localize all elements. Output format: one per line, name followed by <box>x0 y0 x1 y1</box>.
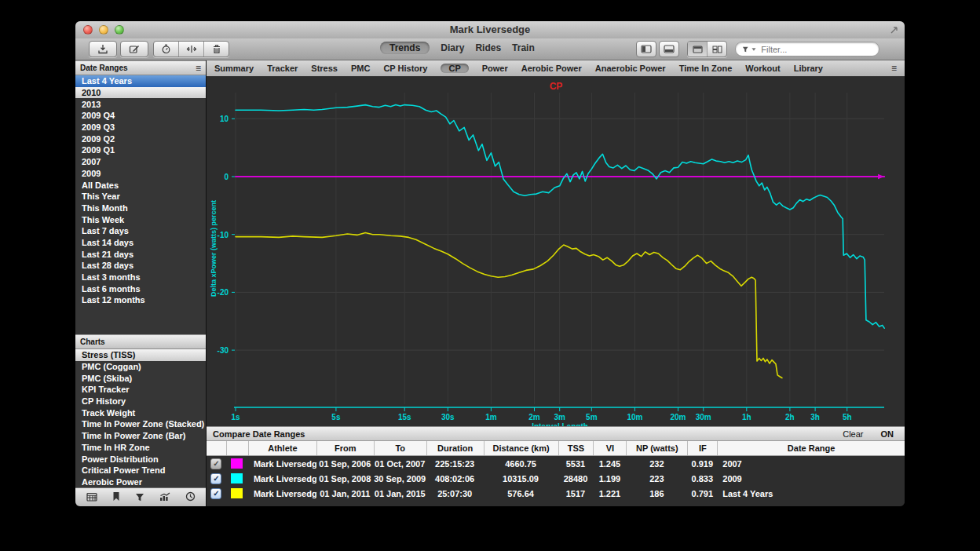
column-header-from[interactable]: From <box>316 441 374 455</box>
filter-funnel-button[interactable] <box>135 491 144 505</box>
column-header-date-range[interactable]: Date Range <box>717 441 905 455</box>
column-header-empty[interactable] <box>207 441 226 455</box>
column-header-vi[interactable]: VI <box>593 441 626 455</box>
compare-row: ✓Mark Liversedge01 Jan, 201101 Jan, 2015… <box>207 486 905 501</box>
chart-tab-time-in-zone[interactable]: Time In Zone <box>679 64 733 73</box>
date-range-item-last-12-months[interactable]: Last 12 months <box>75 294 206 306</box>
date-range-item-2009-q2[interactable]: 2009 Q2 <box>75 133 206 144</box>
chart-tab-power[interactable]: Power <box>482 64 508 73</box>
close-button[interactable] <box>83 25 93 35</box>
chart-item-critical-power-trend[interactable]: Critical Power Trend <box>75 465 206 476</box>
date-range-item-this-month[interactable]: This Month <box>75 203 206 214</box>
bookmark-button[interactable] <box>112 491 120 505</box>
table-cell: 1517 <box>558 489 594 498</box>
chart-item-time-in-power-zone-bar-[interactable]: Time In Power Zone (Bar) <box>75 430 206 442</box>
compare-bar-title: Compare Date Ranges <box>213 429 305 439</box>
chart-tabs-menu-icon[interactable]: ≡ <box>891 64 897 72</box>
column-header-duration[interactable]: Duration <box>426 441 484 455</box>
chart-item-kpi-tracker[interactable]: KPI Tracker <box>75 384 206 396</box>
date-range-item-last-28-days[interactable]: Last 28 days <box>75 260 206 272</box>
on-toggle[interactable]: ON <box>881 429 894 439</box>
calendar-button[interactable] <box>86 491 97 505</box>
chart-tab-stress[interactable]: Stress <box>311 64 338 73</box>
chart-tab-cp[interactable]: CP <box>441 64 468 73</box>
download-button[interactable] <box>89 41 117 57</box>
chart-tab-anaerobic-power[interactable]: Anaerobic Power <box>595 64 666 73</box>
view-tab-diary[interactable]: Diary <box>441 42 464 53</box>
table-cell: 2007 <box>717 459 905 469</box>
chart-item-stress-tiss-[interactable]: Stress (TISS) <box>75 349 206 361</box>
x-tick-label: 3m <box>554 413 565 421</box>
split-button[interactable] <box>178 42 203 57</box>
chart-item-cp-history[interactable]: CP History <box>75 396 206 407</box>
table-cell: 4660.75 <box>484 459 558 469</box>
view-tiled-button[interactable] <box>707 42 726 57</box>
row-checkbox[interactable]: ✓ <box>210 488 221 499</box>
date-range-item-last-4-years[interactable]: Last 4 Years <box>75 75 206 87</box>
charts-list: Stress (TISS)PMC (Coggan)PMC (Skiba)KPI … <box>75 349 206 487</box>
date-range-item-2007[interactable]: 2007 <box>75 156 206 168</box>
date-range-item-last-6-months[interactable]: Last 6 months <box>75 283 206 294</box>
stopwatch-button[interactable] <box>154 42 178 57</box>
column-header-tss[interactable]: TSS <box>558 441 594 455</box>
toggle-lowbar-button[interactable] <box>659 41 679 57</box>
date-range-item-2010[interactable]: 2010 <box>75 87 206 99</box>
table-cell: 0.833 <box>687 474 717 483</box>
column-header-if[interactable]: IF <box>687 441 717 455</box>
baseline-arrow <box>878 174 884 179</box>
date-range-item-this-week[interactable]: This Week <box>75 213 206 225</box>
fullscreen-icon[interactable] <box>889 24 899 38</box>
date-range-item-2009-q1[interactable]: 2009 Q1 <box>75 144 206 156</box>
chart-item-pmc-coggan-[interactable]: PMC (Coggan) <box>75 361 206 373</box>
sidebar-toolbar <box>75 487 206 506</box>
chart-tab-tracker[interactable]: Tracker <box>267 64 298 73</box>
view-tab-rides[interactable]: Rides <box>475 42 501 53</box>
chart-tab-library[interactable]: Library <box>794 64 823 73</box>
chart-item-power-distribution[interactable]: Power Distribution <box>75 453 206 465</box>
row-checkbox[interactable]: ✓ <box>210 458 221 469</box>
date-range-item-last-14-days[interactable]: Last 14 days <box>75 237 206 249</box>
clock-button[interactable] <box>185 491 196 505</box>
column-header-empty[interactable] <box>226 441 248 455</box>
clear-button[interactable]: Clear <box>843 429 863 439</box>
date-ranges-menu-icon[interactable]: ≡ <box>196 64 201 72</box>
chart-tab-cp-history[interactable]: CP History <box>383 64 427 73</box>
view-tabbed-button[interactable] <box>688 42 707 57</box>
compose-button[interactable] <box>120 41 148 57</box>
zoom-button[interactable] <box>115 25 124 35</box>
date-range-item-last-7-days[interactable]: Last 7 days <box>75 225 206 237</box>
date-range-item-2013[interactable]: 2013 <box>75 98 206 110</box>
row-checkbox[interactable]: ✓ <box>210 473 221 484</box>
column-header-np-watts-[interactable]: NP (watts) <box>626 441 687 455</box>
chart-tab-pmc[interactable]: PMC <box>351 64 370 73</box>
chart-item-time-in-hr-zone[interactable]: Time In HR Zone <box>75 442 206 454</box>
date-range-item-2009-q3[interactable]: 2009 Q3 <box>75 122 206 133</box>
date-range-item-all-dates[interactable]: All Dates <box>75 179 206 191</box>
date-range-item-last-3-months[interactable]: Last 3 months <box>75 272 206 283</box>
filter-input[interactable] <box>759 44 872 55</box>
column-header-athlete[interactable]: Athlete <box>248 441 316 455</box>
chart-tab-summary[interactable]: Summary <box>214 64 254 73</box>
column-header-to[interactable]: To <box>374 441 426 455</box>
y-tick-label: -30 <box>218 346 229 355</box>
table-cell: 01 Sep, 2008 <box>316 474 374 483</box>
chart-button[interactable] <box>159 491 170 505</box>
view-tab-train[interactable]: Train <box>512 42 535 53</box>
chart-item-pmc-skiba-[interactable]: PMC (Skiba) <box>75 372 206 384</box>
chart-item-time-in-power-zone-stacked-[interactable]: Time In Power Zone (Stacked) <box>75 418 206 430</box>
date-range-item-2009-q4[interactable]: 2009 Q4 <box>75 110 206 122</box>
delete-button[interactable] <box>203 42 229 57</box>
chart-tab-aerobic-power[interactable]: Aerobic Power <box>521 64 582 73</box>
view-tab-trends[interactable]: Trends <box>380 42 430 54</box>
date-range-item-last-21-days[interactable]: Last 21 days <box>75 248 206 260</box>
date-range-item-this-year[interactable]: This Year <box>75 191 206 203</box>
chart-item-track-weight[interactable]: Track Weight <box>75 407 206 418</box>
x-tick-label: 1m <box>485 413 497 421</box>
minimize-button[interactable] <box>99 25 108 35</box>
tiled-view-icon <box>712 46 722 53</box>
date-range-item-2009[interactable]: 2009 <box>75 168 206 180</box>
chart-item-aerobic-power[interactable]: Aerobic Power <box>75 476 206 487</box>
toggle-sidebar-button[interactable] <box>636 41 656 57</box>
column-header-distance-km-[interactable]: Distance (km) <box>484 441 558 455</box>
chart-tab-workout[interactable]: Workout <box>745 64 780 73</box>
